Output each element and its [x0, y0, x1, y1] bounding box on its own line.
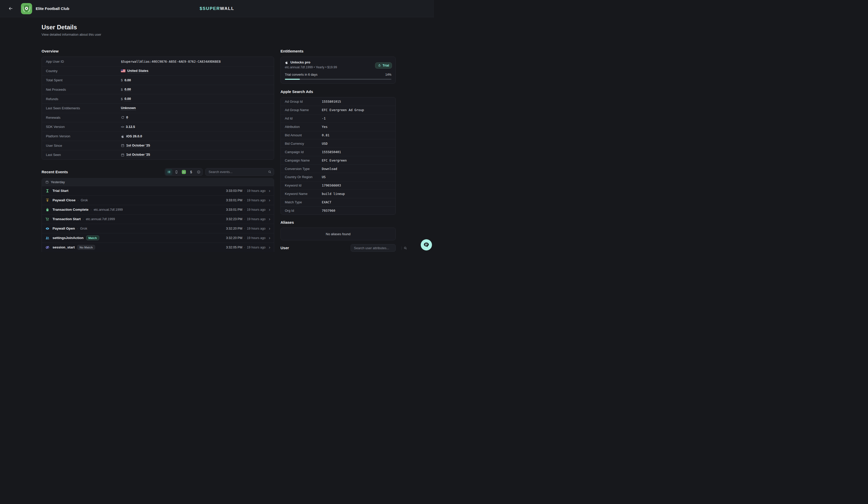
chevron-right-icon: › [269, 207, 270, 212]
event-row[interactable]: Transaction Complete ·etc.annual.7df.199… [42, 205, 274, 214]
trial-progress-bar [285, 79, 391, 80]
table-row: Keyword Id1796566603 [281, 181, 395, 190]
arrow-down-icon [45, 198, 50, 202]
overview-table: App User ID $SuperwallAlias:40EC9876-A85… [42, 56, 274, 160]
table-row: Org Id7937960 [281, 207, 395, 215]
table-row: Platform Version iOS 26.0.0 [42, 132, 274, 141]
aliases-heading: Aliases [280, 220, 396, 225]
table-row: Match TypeEXACT [281, 198, 395, 207]
top-bar: Elite Football Club $SUPERWALL [0, 0, 434, 17]
users-icon [45, 236, 50, 240]
apple-icon [285, 61, 288, 64]
page-title: User Details [42, 23, 274, 31]
dollar-icon: $ [121, 97, 123, 101]
chat-bubble-icon [423, 242, 430, 248]
shopping-bag-icon [45, 208, 50, 212]
events-search-input[interactable] [208, 170, 268, 174]
table-row: App User ID $SuperwallAlias:40EC9876-A85… [42, 57, 274, 66]
chevron-right-icon: › [269, 189, 270, 193]
total-spent-value: 0.00 [124, 78, 131, 82]
calendar-icon [45, 180, 49, 184]
search-icon [404, 246, 407, 250]
event-row[interactable]: Trial Start 3:33:03 PM ·19 hours ago › [42, 186, 274, 196]
events-filter-toolbar: $ [165, 168, 203, 176]
back-button[interactable] [7, 5, 14, 12]
entitlement-card: Unlocks pro etc.annual.7df.1999 • Yearly… [280, 56, 396, 84]
table-row: Campaign NameEFC Evergreen [281, 156, 395, 164]
chevron-right-icon: › [269, 226, 270, 231]
event-row[interactable]: Paywall Open ·Grok 3:32:20 PM ·19 hours … [42, 224, 274, 233]
search-icon [268, 170, 271, 174]
filter-device-button[interactable] [173, 169, 180, 175]
entitlements-heading: Entitlements [280, 49, 396, 53]
last-seen-entitlements-value[interactable]: Unknown [121, 106, 136, 110]
table-row: Ad Id-1 [281, 114, 395, 123]
eye-off-icon [45, 245, 50, 250]
refunds-value[interactable]: 0.00 [124, 97, 131, 101]
chat-support-button[interactable] [421, 239, 432, 251]
app-name: Elite Football Club [36, 7, 69, 11]
device-icon [175, 170, 178, 174]
event-row[interactable]: Transaction Start ·etc.annual.7df.1999 3… [42, 214, 274, 224]
hourglass-icon [45, 189, 50, 193]
us-flag-icon [121, 69, 125, 72]
aliases-empty-card: No aliases found [280, 228, 396, 240]
table-row: Conversion TypeDownload [281, 164, 395, 173]
table-row: Bid CurrencyUSD [281, 139, 395, 148]
events-search [205, 168, 274, 176]
events-group-header: Yesterday [42, 178, 274, 186]
trial-badge: Trial [375, 62, 392, 69]
apple-search-ads-table: Ad Group Id1555801015 Ad Group NameEFC E… [280, 97, 396, 215]
calendar-icon [121, 153, 124, 157]
chevron-right-icon: › [269, 198, 270, 202]
table-row: Last Seen 1st October '25 [42, 150, 274, 159]
timer-icon [378, 64, 381, 67]
table-row: Renewals 0 [42, 113, 274, 122]
user-attributes-search-input[interactable] [353, 246, 399, 250]
filter-info-button[interactable] [195, 169, 202, 175]
table-row: Country United States [42, 66, 274, 76]
recent-events-heading: Recent Events [42, 170, 68, 174]
entitlement-name: Unlocks pro [290, 60, 310, 64]
sdk-version-value: 3.12.5 [126, 125, 135, 129]
table-row: Refunds $ 0.00 [42, 94, 274, 103]
table-row: Ad Group NameEFC Evergreen Ad Group [281, 106, 395, 114]
info-icon [197, 170, 200, 174]
chevron-right-icon: › [269, 245, 270, 250]
chevron-right-icon: › [269, 236, 270, 240]
table-row: Country Or RegionUS [281, 173, 395, 181]
apple-search-ads-heading: Apple Search Ads [280, 90, 396, 94]
app-user-id-value: $SuperwallAlias:40EC9876-A85E-4AE9-8762-… [121, 60, 220, 63]
platform-version-value: iOS 26.0.0 [126, 134, 142, 138]
no-aliases-text: No aliases found [326, 232, 351, 236]
table-row: Net Proceeds $ 0.00 [42, 85, 274, 94]
calendar-icon [121, 144, 124, 147]
page-subtitle: View detailed information about this use… [42, 33, 274, 37]
chevron-right-icon: › [269, 217, 270, 221]
event-row[interactable]: settingsJoinAction Match 3:32:20 PM ·19 … [42, 233, 274, 243]
filter-revenue-button[interactable]: $ [188, 169, 195, 175]
filter-app-button[interactable] [180, 169, 187, 175]
user-since-value[interactable]: 1st October '25 [126, 144, 150, 148]
dollar-icon: $ [190, 170, 192, 174]
events-list: Yesterday Trial Start 3:33:03 PM ·19 hou… [42, 178, 274, 252]
table-row: Last Seen Entitlements Unknown [42, 103, 274, 113]
net-proceeds-value[interactable]: 0.00 [124, 87, 131, 92]
last-seen-value[interactable]: 1st October '25 [126, 153, 150, 157]
match-badge: Match [86, 235, 99, 240]
renewals-value[interactable]: 0 [126, 115, 128, 120]
trial-progress-fill [285, 79, 300, 80]
event-row[interactable]: session_start No Match 3:32:05 PM ·19 ho… [42, 243, 274, 252]
table-row: SDK Version <> 3.12.5 [42, 122, 274, 132]
shopping-cart-icon [45, 217, 50, 221]
apple-icon [121, 135, 124, 138]
trial-converts-text: Trial converts in 6 days [285, 73, 318, 76]
eye-icon [45, 227, 50, 231]
app-logo-icon [21, 3, 32, 14]
trial-percent: 14% [385, 73, 391, 76]
table-row: Bid Amount0.81 [281, 131, 395, 139]
dollar-icon: $ [121, 88, 123, 92]
country-value[interactable]: United States [127, 69, 148, 73]
event-row[interactable]: Paywall Close ·Grok 3:33:01 PM ·19 hours… [42, 196, 274, 205]
filter-list-button[interactable] [165, 169, 172, 175]
